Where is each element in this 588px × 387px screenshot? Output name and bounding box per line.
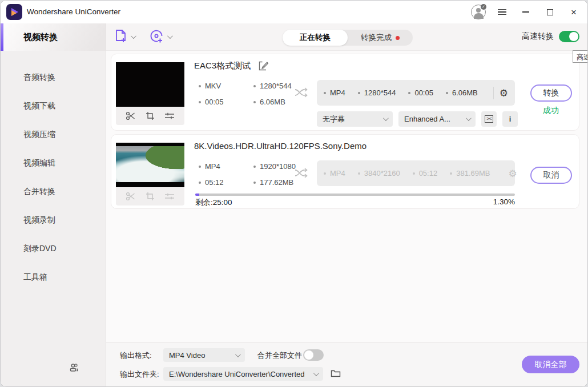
menu-button[interactable] (494, 4, 510, 20)
task-row: 8K.Videos.HDR.UltraHD.120FPS.Sony.Demo M… (111, 134, 579, 209)
tab-label: 正在转换 (300, 33, 331, 43)
avatar-check-badge: ✓ (481, 4, 486, 10)
time-remaining: 剩余:25:00 (195, 197, 232, 208)
chevron-down-icon (167, 33, 173, 39)
chevron-down-icon (131, 33, 136, 39)
task-title: EAC3格式测试 (194, 61, 251, 71)
effects-button[interactable] (164, 112, 175, 120)
open-folder-button[interactable] (331, 369, 341, 378)
main-toolbar: 正在转换 转换完成 高速转换 (106, 23, 587, 51)
hamburger-icon (498, 9, 506, 15)
avatar-head-icon (476, 8, 481, 13)
task-list: EAC3格式测试 MKV 1280*544 00:05 6.06MB MP4 1… (106, 51, 587, 342)
settings-gear-icon[interactable]: ⚙ (500, 87, 508, 99)
cancel-all-button[interactable]: 取消全部 (522, 356, 579, 373)
trim-button[interactable] (126, 111, 136, 120)
task-row: EAC3格式测试 MKV 1280*544 00:05 6.06MB MP4 1… (111, 54, 579, 131)
sidebar-item-label: 合并转换 (23, 187, 55, 197)
app-window: Wondershare UniConverter ✓ × 视频转换 音频转换 视… (0, 0, 588, 387)
progress-bar (195, 194, 515, 196)
trim-button-disabled (126, 192, 136, 201)
sidebar-item-audio-convert[interactable]: 音频转换 (1, 63, 106, 92)
target-resolution: 1280*544 (358, 88, 396, 97)
chevron-down-icon (383, 115, 389, 121)
toggle-knob (569, 32, 578, 41)
add-disc-icon (150, 29, 164, 44)
highspeed-toggle[interactable] (559, 31, 579, 42)
sidebar-item-merge-convert[interactable]: 合并转换 (1, 178, 106, 206)
audio-dropdown[interactable]: Enhanced A... (398, 111, 476, 127)
info-icon: i (509, 115, 512, 123)
output-format-value: MP4 Video (169, 351, 205, 360)
compress-icon: >< (485, 115, 493, 123)
sidebar-item-toolbox[interactable]: 工具箱 (1, 263, 106, 292)
video-thumbnail (116, 143, 184, 187)
crop-button-disabled (146, 192, 155, 201)
add-files-button[interactable] (114, 29, 135, 44)
rename-button[interactable] (259, 61, 268, 71)
target-duration: 00:05 (408, 88, 433, 97)
sidebar-item-label: 视频转换 (23, 32, 58, 43)
status-success: 成功 (537, 106, 565, 116)
source-size: 6.06MB (253, 98, 289, 106)
source-duration: 05:12 (199, 178, 234, 187)
load-dvd-button[interactable] (150, 29, 171, 44)
sidebar-item-label: 刻录DVD (23, 244, 57, 254)
chevron-down-icon (313, 370, 319, 376)
crop-button[interactable] (146, 111, 155, 120)
output-settings-box[interactable]: MP4 1280*544 00:05 6.06MB ⚙ (317, 80, 515, 106)
target-format: MP4 (324, 169, 345, 178)
close-button[interactable]: × (566, 4, 582, 20)
source-resolution: 1920*1080 (253, 162, 296, 171)
sidebar-item-screen-record[interactable]: 视频录制 (1, 206, 106, 235)
source-duration: 00:05 (199, 98, 234, 106)
sidebar-item-video-edit[interactable]: 视频编辑 (1, 149, 106, 178)
info-button[interactable]: i (502, 111, 518, 127)
tab-finished[interactable]: 转换完成 (348, 30, 413, 46)
sidebar-item-video-download[interactable]: 视频下载 (1, 92, 106, 120)
target-resolution: 3840*2160 (358, 169, 400, 178)
highspeed-tooltip: 高速 (573, 50, 588, 63)
sidebar-item-label: 视频录制 (23, 215, 55, 225)
compress-button[interactable]: >< (481, 111, 497, 127)
merge-all-toggle[interactable] (303, 349, 324, 361)
convert-arrow-icon (294, 86, 309, 99)
progress-percent: 1.30% (493, 197, 515, 208)
output-folder-value: E:\Wondershare UniConverter\Converted (169, 370, 305, 378)
output-format-dropdown[interactable]: MP4 Video (163, 348, 245, 362)
output-folder-dropdown[interactable]: E:\Wondershare UniConverter\Converted (163, 367, 323, 381)
subtitle-value: 无字幕 (323, 114, 345, 124)
merge-all-label: 合并全部文件 (257, 350, 302, 361)
sidebar-item-label: 音频转换 (23, 72, 55, 83)
chevron-down-icon (466, 115, 472, 121)
subtitle-dropdown[interactable]: 无字幕 (317, 111, 393, 127)
sidebar-item-label: 视频压缩 (23, 130, 55, 140)
source-format: MP4 (199, 162, 234, 171)
app-logo-icon (6, 4, 22, 20)
sidebar: 视频转换 音频转换 视频下载 视频压缩 视频编辑 合并转换 视频录制 刻录DVD… (1, 23, 106, 386)
target-duration: 05:12 (413, 169, 438, 178)
target-size: 6.06MB (446, 88, 478, 97)
source-format: MKV (199, 82, 234, 90)
maximize-button[interactable] (542, 4, 558, 20)
output-folder-label: 输出文件夹: (120, 369, 159, 380)
output-format-label: 输出格式: (120, 350, 152, 361)
sidebar-item-video-compress[interactable]: 视频压缩 (1, 120, 106, 149)
target-format: MP4 (324, 88, 345, 97)
tab-converting[interactable]: 正在转换 (283, 30, 348, 46)
sidebar-item-label: 视频下载 (23, 101, 55, 111)
account-avatar[interactable]: ✓ (471, 5, 486, 19)
sidebar-item-burn-dvd[interactable]: 刻录DVD (1, 235, 106, 263)
sidebar-item-label: 视频编辑 (23, 158, 55, 168)
highspeed-label: 高速转换 (522, 31, 554, 42)
output-settings-box-disabled: MP4 3840*2160 05:12 381.69MB ⚙ (317, 160, 515, 186)
close-icon: × (571, 7, 577, 17)
users-icon[interactable] (69, 362, 79, 373)
minimize-button[interactable] (518, 4, 534, 20)
convert-button[interactable]: 转换 (530, 84, 572, 102)
cancel-button[interactable]: 取消 (530, 167, 572, 184)
sidebar-item-video-convert[interactable]: 视频转换 (1, 23, 106, 51)
footer-bar: 输出格式: MP4 Video 合并全部文件 输出文件夹: E:\Wonders… (106, 342, 587, 386)
target-size: 381.69MB (450, 169, 490, 178)
add-file-icon (114, 29, 128, 44)
